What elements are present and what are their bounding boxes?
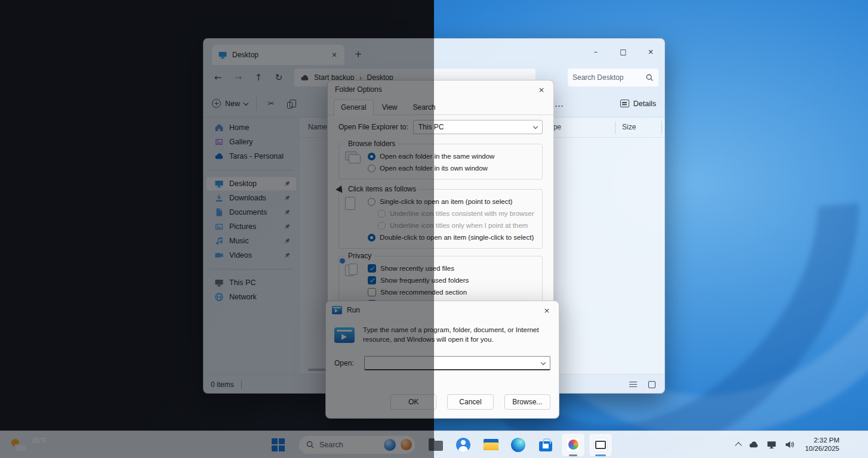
new-button[interactable]: + New	[212, 99, 248, 108]
up-button[interactable]: ↑	[249, 68, 268, 87]
weather-icon	[11, 438, 26, 451]
status-divider	[241, 380, 242, 389]
radio-open-same-window[interactable]: Open each folder in the same window	[368, 150, 537, 162]
pictures-icon	[214, 222, 224, 231]
checkbox-show-frequent-folders[interactable]: Show frequently used folders	[368, 274, 537, 286]
back-button[interactable]: ←	[208, 68, 227, 87]
clock[interactable]: 2:32 PM 10/26/2025	[805, 437, 839, 453]
tab-general[interactable]: General	[334, 100, 374, 116]
sidebar-item-videos[interactable]: Videos	[206, 248, 297, 262]
sidebar-item-network[interactable]: Network	[206, 290, 297, 304]
run-title-bar: Run ×	[326, 301, 559, 319]
column-divider[interactable]	[615, 121, 615, 134]
onedrive-tray-icon[interactable]	[749, 440, 759, 450]
sidebar-item-documents[interactable]: Documents	[206, 205, 297, 219]
tab-view[interactable]: View	[375, 100, 405, 115]
radio-open-own-window[interactable]: Open each folder in its own window	[368, 162, 537, 174]
weather-temperature: 45°F	[32, 437, 50, 445]
dialog-title-bar: Folder Options ×	[328, 81, 553, 98]
taskbar-app-people[interactable]	[451, 433, 475, 457]
sidebar-item-this-pc[interactable]: This PC	[206, 276, 297, 290]
group-title: Browse folders	[345, 140, 398, 148]
explorer-search-box[interactable]: Search Desktop	[568, 69, 658, 86]
sidebar-item-downloads[interactable]: Downloads	[206, 191, 297, 205]
column-divider[interactable]	[661, 121, 662, 134]
taskbar-app-edge[interactable]	[506, 433, 530, 457]
taskbar-app-folder[interactable]	[424, 433, 448, 457]
sidebar-item-desktop[interactable]: Desktop	[206, 177, 297, 191]
taskbar-app-photos[interactable]	[561, 433, 585, 457]
chevron-down-icon	[541, 360, 546, 364]
radio-underline-consistent[interactable]: Underline icon titles consistent with my…	[378, 208, 537, 219]
explorer-tab-desktop[interactable]: Desktop ×	[212, 45, 344, 65]
sidebar-item-home[interactable]: Home	[206, 120, 297, 135]
checkbox-icon	[368, 264, 376, 273]
network-icon	[214, 292, 224, 302]
start-button[interactable]	[266, 433, 290, 457]
music-icon	[214, 236, 224, 246]
minimize-button[interactable]: –	[582, 39, 610, 65]
bing-daily-icon[interactable]	[384, 439, 396, 451]
forward-button[interactable]: →	[229, 68, 248, 87]
taskbar-app-store[interactable]	[534, 433, 558, 457]
radio-underline-point[interactable]: Underline icon titles only when I point …	[378, 219, 537, 231]
photos-icon	[566, 438, 580, 452]
volume-icon[interactable]	[784, 440, 795, 450]
store-icon	[539, 441, 552, 451]
copy-icon[interactable]	[285, 98, 297, 110]
sidebar-separator	[204, 163, 299, 177]
close-icon[interactable]: ×	[535, 301, 559, 319]
cancel-button[interactable]: Cancel	[447, 394, 493, 410]
tab-search[interactable]: Search	[406, 100, 443, 115]
thumbnail-view-icon[interactable]	[647, 379, 657, 390]
taskbar-center: Search	[266, 431, 612, 458]
column-size[interactable]: Size	[622, 123, 636, 131]
sidebar-item-music[interactable]: Music	[206, 234, 297, 248]
onedrive-backup-icon	[300, 73, 309, 82]
refresh-button[interactable]: ↻	[269, 68, 288, 87]
pin-icon	[284, 237, 291, 245]
run-dialog: Run × Type the name of a program, folder…	[325, 301, 559, 419]
radio-single-click[interactable]: Single-click to open an item (point to s…	[368, 196, 537, 208]
checkbox-show-recent-files[interactable]: Show recently used files	[368, 262, 537, 274]
plus-icon: +	[212, 99, 221, 108]
weather-condition: Windy	[32, 445, 50, 453]
sidebar-item-pictures[interactable]: Pictures	[206, 219, 297, 234]
clock-date: 10/26/2025	[805, 445, 839, 453]
browse-button[interactable]: Browse...	[504, 394, 550, 410]
maximize-button[interactable]: □	[610, 39, 637, 65]
weather-widget[interactable]: 45°F Windy	[6, 431, 55, 458]
chevron-down-icon	[244, 100, 248, 105]
display-tray-icon[interactable]	[767, 440, 777, 450]
tab-close-icon[interactable]: ×	[329, 49, 340, 60]
radio-double-click[interactable]: Double-click to open an item (single-cli…	[368, 231, 537, 243]
explorer-tab-bar: Desktop × + – □ ×	[204, 39, 664, 65]
close-button[interactable]: ×	[637, 39, 664, 65]
run-icon	[332, 306, 342, 314]
taskbar-app-file-explorer[interactable]	[479, 433, 503, 457]
person-icon	[456, 438, 470, 452]
new-tab-button[interactable]: +	[352, 48, 365, 61]
list-view-icon[interactable]	[627, 379, 638, 390]
open-to-select[interactable]: This PC	[413, 120, 543, 134]
documents-icon	[214, 208, 224, 217]
tray-overflow-chevron-icon[interactable]	[735, 442, 742, 448]
taskbar-search[interactable]: Search	[298, 435, 415, 454]
copilot-icon[interactable]	[401, 439, 412, 450]
close-icon[interactable]: ×	[530, 81, 553, 98]
this-pc-icon	[214, 278, 224, 287]
ok-button[interactable]: OK	[390, 394, 436, 410]
checkbox-show-recommended[interactable]: Show recommended section	[368, 286, 537, 298]
run-open-input[interactable]	[364, 356, 550, 370]
sidebar-item-onedrive[interactable]: Taras - Personal	[206, 149, 297, 163]
browse-folders-group: Browse folders Open each folder in the s…	[338, 144, 543, 180]
sidebar-item-gallery[interactable]: Gallery	[206, 135, 297, 149]
more-options-icon[interactable]: …	[555, 98, 564, 109]
group-title: Privacy	[345, 252, 374, 260]
taskbar-app-active-window[interactable]	[589, 433, 612, 457]
search-label: Search	[319, 441, 379, 449]
details-pane-button[interactable]: Details	[620, 100, 656, 108]
column-name[interactable]: Name	[308, 123, 327, 131]
cut-icon[interactable]: ✂	[265, 98, 277, 110]
desktop-icon	[214, 179, 224, 188]
